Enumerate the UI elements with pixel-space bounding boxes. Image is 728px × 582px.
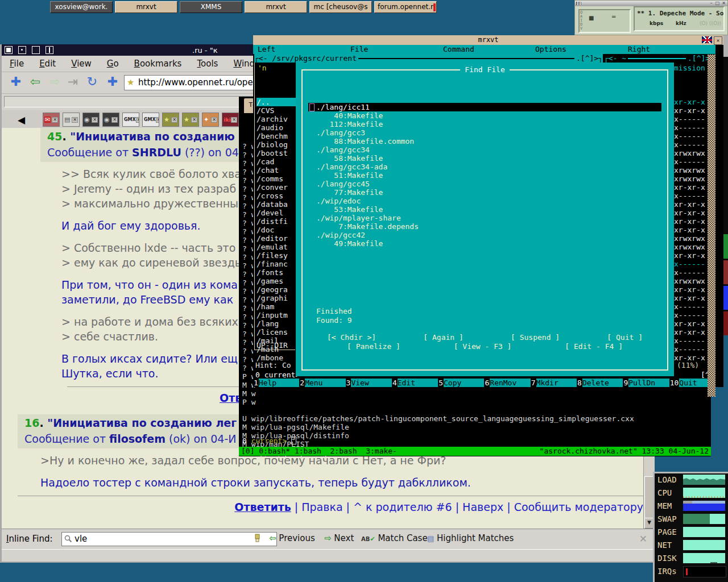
mc-menu-item[interactable]: Options: [535, 45, 566, 53]
find-result-row[interactable]: 88:Makefile.common: [308, 137, 661, 146]
directory-entry[interactable]: /devel: [257, 209, 296, 217]
browser-tab[interactable]: ◉ ✕: [82, 113, 100, 127]
new-tab-icon[interactable]: ✚: [104, 73, 121, 90]
find-result-row[interactable]: 53:Makefile: [308, 205, 661, 214]
match-case-toggle[interactable]: AB✔ Match Case: [361, 533, 428, 543]
function-key-button[interactable]: 5Copy: [438, 379, 484, 387]
tab-close-icon[interactable]: ✕: [211, 117, 217, 123]
directory-entry[interactable]: /cross: [257, 192, 296, 200]
find-result-row[interactable]: ./lang/gcc34-ada: [308, 163, 661, 171]
tab-close-icon[interactable]: ✕: [171, 117, 177, 123]
directory-entry[interactable]: /editor: [257, 234, 296, 243]
taskbar-button[interactable]: mrxvt: [245, 1, 307, 13]
directory-entry[interactable]: /inputm: [257, 311, 296, 319]
dialog-button[interactable]: [< Chdir >]: [327, 333, 376, 342]
tab-close-icon[interactable]: ✕: [111, 117, 118, 123]
directory-entry[interactable]: /graphi: [257, 294, 296, 302]
function-key-button[interactable]: 2Menu: [299, 379, 345, 387]
tab-close-icon[interactable]: ✕: [231, 117, 237, 123]
window-menu-icon[interactable]: [5, 46, 13, 54]
directory-entry[interactable]: /bootst: [257, 149, 296, 157]
directory-entry[interactable]: /doc: [257, 226, 296, 234]
window-maximize-icon[interactable]: [32, 46, 40, 54]
find-result-row[interactable]: 58:Makefile: [308, 154, 661, 163]
directory-entry[interactable]: /CVS: [257, 106, 296, 115]
dialog-button[interactable]: [ Quit ]: [607, 333, 643, 342]
find-result-row[interactable]: ./wip/gcc42: [308, 231, 661, 239]
browser-tab[interactable]: ✦ ✕: [202, 113, 219, 127]
browser-tab[interactable]: ★ ✕: [162, 113, 179, 127]
menu-item[interactable]: View: [71, 59, 92, 69]
mc-menu-item[interactable]: File: [350, 45, 368, 53]
find-result-row[interactable]: 51:Makefile: [308, 171, 661, 180]
post-action-link[interactable]: Сообщить модератору: [514, 501, 643, 513]
function-key-button[interactable]: 4Edit: [392, 379, 438, 387]
author-link[interactable]: SHRDLU: [132, 146, 181, 159]
find-result-row[interactable]: 112:Makefile: [308, 120, 661, 128]
find-input[interactable]: vle: [61, 532, 277, 546]
left-panel-header[interactable]: ┌<- /srv/pkgsrc/current.[^]>┐: [254, 54, 603, 63]
directory-entry[interactable]: /cad: [257, 157, 296, 166]
directory-entry[interactable]: /financ: [257, 260, 296, 268]
post-action-link[interactable]: |: [503, 501, 514, 513]
reload-icon[interactable]: ↻: [84, 73, 101, 90]
forward-icon[interactable]: ⇨: [46, 73, 63, 90]
function-key-button[interactable]: 9PullDn: [623, 379, 669, 387]
menu-item[interactable]: File: [10, 59, 24, 69]
post-action-link[interactable]: |: [291, 501, 301, 513]
minimize-icon[interactable]: –: [709, 1, 714, 6]
menu-item[interactable]: Go: [107, 59, 119, 69]
shade-icon[interactable]: □: [715, 1, 720, 6]
function-key-button[interactable]: 8Delete: [577, 379, 623, 387]
directory-entry[interactable]: /biolog: [257, 140, 296, 149]
find-result-row[interactable]: 49:Makefile: [308, 239, 661, 248]
browser-tab[interactable]: iki ✕: [222, 113, 239, 127]
close-icon[interactable]: ✕: [721, 1, 726, 6]
directory-entry[interactable]: /audio: [257, 123, 296, 132]
window-split-icon[interactable]: [46, 46, 53, 54]
mc-menu-item[interactable]: Command: [443, 45, 474, 53]
post-action-link[interactable]: Правка: [301, 501, 342, 513]
menu-item[interactable]: Tools: [197, 59, 218, 69]
tab-close-icon[interactable]: ✕: [136, 117, 139, 123]
find-result-row[interactable]: ./lang/gcc3: [308, 128, 661, 137]
menu-item[interactable]: Bookmarks: [134, 59, 182, 69]
back-icon[interactable]: ⇦: [27, 73, 44, 90]
directory-entry[interactable]: /emulat: [257, 243, 296, 251]
tab-close-icon[interactable]: ✕: [92, 117, 98, 123]
taskbar-button[interactable]: forum.opennet.r: [374, 1, 437, 13]
post-action-link[interactable]: Наверх: [462, 501, 503, 513]
directory-entry[interactable]: /chat: [257, 166, 296, 174]
highlight-matches-toggle[interactable]: ▤ Highlight Matches: [427, 533, 514, 543]
directory-entry[interactable]: /games: [257, 277, 296, 285]
find-result-row[interactable]: ./lang/gcc45: [308, 180, 661, 188]
post-action-link[interactable]: Ответить: [234, 501, 291, 513]
post-action-link[interactable]: |: [452, 501, 462, 513]
screen-windows-list[interactable]: [0] 0:bash* 1:bash 2:bash 3:make-: [241, 447, 397, 455]
dialog-button[interactable]: [ Suspend ]: [511, 333, 560, 342]
uk-flag-icon[interactable]: [702, 36, 712, 43]
mc-shell-prompt[interactable]: 0 current>: [255, 371, 300, 379]
taskbar-button[interactable]: xosview@work.: [50, 1, 113, 13]
find-close-icon[interactable]: ✕: [639, 533, 647, 544]
post-action-link[interactable]: ^ к родителю #6: [353, 501, 452, 513]
right-panel-header[interactable]: ┌<- ~.[^]>┐: [604, 54, 714, 63]
directory-entry[interactable]: /archiv: [257, 115, 296, 123]
mc-menu-item[interactable]: Left: [258, 45, 275, 53]
function-key-button[interactable]: 7Mkdir: [531, 379, 577, 387]
find-result-row[interactable]: 40:Makefile: [308, 111, 661, 120]
browser-tab[interactable]: ★ ✕: [182, 113, 199, 127]
highlighter-brush-icon[interactable]: [254, 534, 261, 544]
menu-item[interactable]: Edit: [39, 59, 56, 69]
xmms-titlebar[interactable]: – □ ✕: [575, 1, 727, 6]
find-next-button[interactable]: ⇨ Next: [324, 533, 354, 543]
function-key-button[interactable]: 3View: [346, 379, 392, 387]
tab-close-icon[interactable]: ✕: [72, 117, 78, 123]
window-dot-icon[interactable]: [18, 46, 26, 54]
taskbar-button[interactable]: XMMS: [180, 1, 242, 13]
directory-entry[interactable]: /ham: [257, 302, 296, 311]
taskbar-button[interactable]: mrxvt: [115, 1, 177, 13]
function-key-button[interactable]: 1Help: [253, 379, 299, 387]
post-title-link[interactable]: "Инициатива по созданию лег: [47, 417, 237, 429]
sort-indicator[interactable]: 'n: [258, 64, 267, 72]
